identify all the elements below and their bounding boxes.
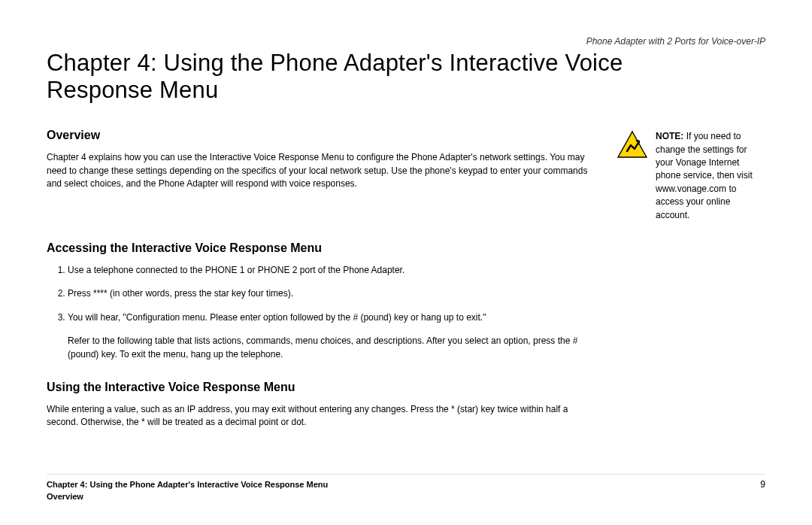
section-heading-overview: Overview: [47, 129, 603, 142]
step-3-text: You will hear, "Configuration menu. Plea…: [68, 312, 486, 323]
section-heading-accessing: Accessing the Interactive Voice Response…: [47, 241, 765, 255]
step-1: Use a telephone connected to the PHONE 1…: [68, 264, 595, 277]
note-body: If you need to change the settings for y…: [656, 131, 753, 220]
warning-icon: [617, 130, 648, 159]
overview-paragraph: Chapter 4 explains how you can use the I…: [47, 151, 595, 190]
page-footer: Chapter 4: Using the Phone Adapter's Int…: [47, 474, 765, 502]
header-product-line: Phone Adapter with 2 Ports for Voice-ove…: [586, 36, 765, 47]
accessing-steps: Use a telephone connected to the PHONE 1…: [47, 264, 595, 361]
note-text: NOTE: If you need to change the settings…: [656, 130, 765, 222]
section-heading-using: Using the Interactive Voice Response Men…: [47, 381, 765, 394]
overview-content: Overview Chapter 4 explains how you can …: [47, 129, 603, 198]
step-3: You will hear, "Configuration menu. Plea…: [68, 311, 595, 361]
footer-chapter-line: Chapter 4: Using the Phone Adapter's Int…: [47, 479, 328, 490]
overview-row: Overview Chapter 4 explains how you can …: [47, 129, 765, 222]
note-label: NOTE:: [656, 131, 683, 141]
step-3-sub: Refer to the following table that lists …: [68, 335, 595, 361]
step-2: Press **** (in other words, press the st…: [68, 287, 595, 300]
footer-page-number: 9: [760, 479, 765, 490]
svg-marker-0: [618, 132, 647, 157]
chapter-title: Chapter 4: Using the Phone Adapter's Int…: [47, 50, 723, 103]
using-paragraph: While entering a value, such as an IP ad…: [47, 403, 595, 429]
footer-left: Chapter 4: Using the Phone Adapter's Int…: [47, 479, 328, 502]
document-page: Phone Adapter with 2 Ports for Voice-ove…: [0, 0, 812, 525]
note-callout: NOTE: If you need to change the settings…: [617, 130, 765, 222]
footer-section-line: Overview: [47, 491, 328, 502]
